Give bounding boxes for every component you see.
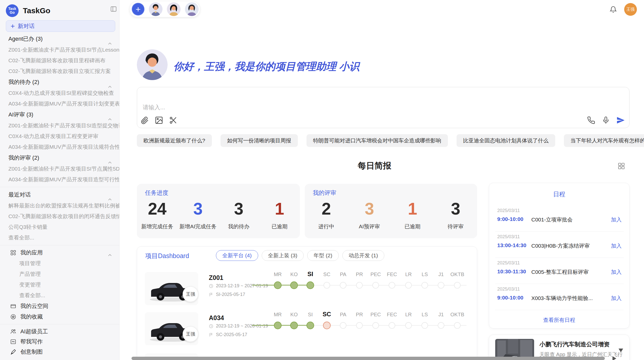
send-button[interactable] [616,115,626,125]
section-recent-chats[interactable]: 最近对话 [0,189,119,200]
sidebar-item-help-writing[interactable]: 帮我写作 [0,337,119,347]
sidebar-task-item[interactable]: Z001-全新燃油皮卡产品开发项目SI节点Lesson Learn报告 [0,44,119,55]
sidebar-task-item[interactable]: C0X4-动力总成开发项目SI里程碑提交物检查 [0,88,119,98]
event-date: 2025/03/11 [497,287,520,292]
creative-drawing-label: 创意制图 [20,348,43,356]
sidebar-item-ai-employee[interactable]: AI超级员工 [0,326,119,337]
chat-input[interactable] [137,87,629,128]
insert-image-button[interactable] [154,115,164,125]
schedule-event: 2025/03/11 10:30-11:30 C005-整车工程目标评审 加入 [495,258,624,284]
tab-new-body[interactable]: 全新上装 (3) [262,250,304,261]
voice-call-button[interactable] [586,115,596,125]
milestone-dot-done [306,322,314,329]
section-my-review[interactable]: 我的评审 (2) [0,152,119,163]
recent-chat-item[interactable]: 解释最新出台的欧盟报废车法规再生塑料比例被调至15%... [0,200,119,211]
chevron-up-icon [108,37,112,49]
new-chat-label: 新对话 [18,22,35,30]
ai-employee-label: AI超级员工 [20,328,48,335]
agent-avatar-2[interactable] [167,2,181,16]
sidebar-item-cloud-space[interactable]: 我的云空间 [0,301,119,311]
section-ai-review[interactable]: AI评审 (3) [0,109,119,120]
suggestion-chip[interactable]: 比亚迪全固态电池计划具体说了什么 [457,134,555,147]
app-item-view-all[interactable]: 查看全部... [0,290,119,301]
divider [0,245,119,245]
app-logo: Task Go [6,4,19,17]
sidebar-task-item[interactable]: A034-全新新能源MUV产品开发项目造型可行性评审 [0,174,119,185]
join-link[interactable]: 加入 [611,242,622,249]
stat-label: 进行中 [305,223,348,230]
schedule-event: 2025/03/11 9:00-10:00 X003-车辆动力学性能验... 加… [495,284,624,310]
sidebar-task-item[interactable]: Z001-全新燃油轻卡产品开发项目SI造型提交物评审 [0,120,119,131]
writing-icon [10,339,16,345]
add-agent-button[interactable]: + [132,3,144,16]
logo-text-top: Task [8,7,16,11]
star-circle-icon [10,314,16,320]
sidebar-task-item[interactable]: A034-全新新能源MUV产品开发项目计划变更表编写 [0,98,119,109]
milestone-dot-pending [438,322,444,329]
sidebar-item-creative-drawing[interactable]: 创意制图 [0,347,119,357]
milestone-dot-pending [356,322,363,329]
tab-powertrain[interactable]: 动总开发 (1) [342,250,385,261]
project-owner-avatar: 王强 [183,286,198,302]
agent-avatar-3[interactable] [185,2,199,16]
sidebar-item-my-apps[interactable]: 我的应用 [0,247,119,258]
join-link[interactable]: 加入 [611,216,622,223]
agent-avatar-1[interactable] [149,2,163,16]
project-owner-avatar: 王强 [183,326,198,342]
event-name: C003|H0B-方案冻结评审 [531,242,590,249]
stat-value: 24 [137,198,178,219]
join-link[interactable]: 加入 [611,295,622,302]
composer-actions [586,115,626,125]
news-card[interactable]: 小鹏飞行汽车制造公司增资 天眼查 App 显示，近日广州汇天飞行汽... [489,335,630,360]
stat-pending-review: 3 待评审 [434,198,477,230]
horizontal-scrollbar[interactable] [131,357,605,360]
main-content: 你好，王强，我是你的项目管理助理 小识 [120,19,644,360]
sidebar-task-item[interactable]: C02-飞腾新能源轻客改款项目里程碑画布 [0,55,119,66]
tab-model-year[interactable]: 年型 (2) [307,250,339,261]
event-time: 9:00-10:00 [497,295,523,301]
section-my-todo[interactable]: 我的待办 (2) [0,77,119,88]
my-review-card: 我的评审 2 进行中 3 AI预评审 1 已逾期 3 待评审 [305,184,477,238]
voice-input-button[interactable] [601,115,611,125]
event-time: 9:00-10:00 [497,216,523,222]
scroll-down-arrow[interactable] [619,349,623,352]
chat-composer [137,87,630,128]
suggestion-chip[interactable]: 当下年轻人对汽车外观有怎样的喜好趋势 [564,134,644,147]
tab-new-platform[interactable]: 全新平台 (4) [216,250,258,261]
new-chat-button[interactable]: 新对话 [6,20,115,32]
join-link[interactable]: 加入 [611,268,622,276]
recent-chat-item[interactable]: 公司Q3轻卡销量 [0,222,119,232]
attach-file-button[interactable] [140,115,150,125]
section-agent-done[interactable]: Agent已办 (3) [0,33,119,44]
flag-icon [209,333,213,337]
logo-row: Task Go TaskGo [0,0,119,18]
sidebar-task-item[interactable]: C0X4-动力总成开发项目工程变更评审 [0,131,119,142]
stat-ai-pre-review: 3 AI预评审 [348,198,391,230]
sidebar-task-item[interactable]: Z001-全新燃油轻卡产品开发项目SI节点属性5D文件评审 [0,163,119,174]
user-avatar[interactable]: 王强 [624,3,637,16]
view-all-schedule-link[interactable]: 查看所有日程 [489,317,629,324]
milestone-track: MR KO SI SC PA PR PEC FEC LR LS J1 OKTB [249,270,473,293]
sidebar-collapse-icon[interactable] [110,6,117,12]
scroll-right-arrow[interactable] [612,356,616,360]
clock-icon [209,284,213,288]
divider [0,324,119,324]
my-review-stats: 2 进行中 3 AI预评审 1 已逾期 3 待评审 [305,198,477,230]
app-item-product-mgmt[interactable]: 产品管理 [0,269,119,279]
stat-value: 1 [391,198,434,219]
notification-bell-icon[interactable] [609,6,617,13]
recent-chat-item[interactable]: C02-飞腾新能源轻客改款项目的闭环通告反馈情况 [0,211,119,222]
stat-value: 3 [218,198,259,219]
sidebar-task-item[interactable]: A034-全新新能源MUV产品开发项目法规符合性评审 [0,142,119,152]
app-item-project-mgmt[interactable]: 项目管理 [0,258,119,269]
suggestion-chip[interactable]: 如何写一份清晰的项目周报 [221,134,298,147]
recent-view-all[interactable]: 查看全部... [0,232,119,243]
app-item-change-mgmt[interactable]: 变更管理 [0,279,119,290]
sidebar-item-favorites[interactable]: 我的收藏 [0,311,119,322]
suggestion-chip[interactable]: 欧洲新规最近颁布了什么? [137,134,212,147]
screenshot-button[interactable] [168,115,178,125]
sidebar-task-item[interactable]: C02-飞腾新能源轻客改款项目立项汇报方案 [0,66,119,77]
suggestion-chip[interactable]: 特朗普可能对进口汽车增税会对中国车企造成哪些影响 [306,134,448,147]
section-title: 我的评审 (2) [8,155,39,161]
layout-grid-icon[interactable] [618,162,625,171]
